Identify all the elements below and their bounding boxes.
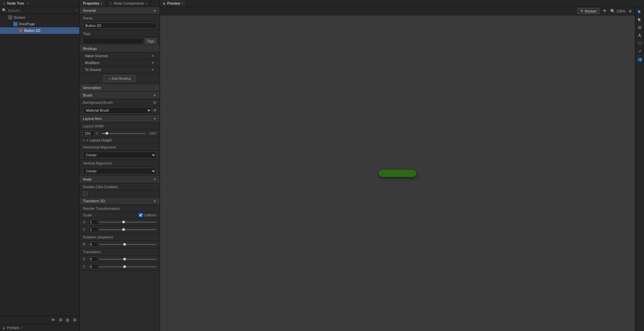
layer-tool-btn[interactable]: ⬡: [636, 40, 643, 47]
tags-input-row: Tags: [80, 37, 160, 45]
dot-button[interactable]: [629, 10, 632, 12]
rotation-slider[interactable]: [99, 244, 156, 245]
layout-height-label: + Layout Height: [86, 138, 111, 142]
node-components-tab-label: Node Components: [114, 1, 144, 5]
tags-input[interactable]: [83, 38, 144, 44]
double-click-checkbox[interactable]: [83, 191, 88, 196]
search-input[interactable]: [8, 9, 74, 12]
double-click-label-row: Double-Click Enabled: [80, 183, 160, 190]
prefabs-close[interactable]: ×: [21, 326, 23, 330]
tree-item-button2d[interactable]: ⬡ Button 2D: [0, 27, 79, 34]
preview-tab-close[interactable]: ×: [181, 2, 183, 5]
scale-header-row: Scale Uniform: [80, 212, 160, 218]
tab-properties[interactable]: Properties ×: [80, 0, 106, 7]
node-tree-tab[interactable]: ⬡ Node Tree ×: [0, 0, 79, 7]
plus-icon: +: [83, 138, 85, 142]
search-equals: =: [75, 9, 77, 12]
props-tabs: Properties × ⬡ Node Components ×: [80, 0, 160, 7]
preview-canvas: [160, 15, 635, 331]
background-brush-row: Background Brush ⊞: [80, 99, 160, 106]
name-input[interactable]: [83, 23, 156, 29]
tab-preview[interactable]: ▶ Preview ×: [160, 0, 187, 7]
refresh-btn[interactable]: ↺: [153, 108, 156, 113]
layout-width-slider[interactable]: [102, 133, 146, 134]
double-click-checkbox-row: [80, 190, 160, 197]
cursor-tool-btn[interactable]: [636, 8, 643, 15]
properties-tab-close[interactable]: ×: [101, 2, 103, 5]
vert-align-select[interactable]: Center Top Bottom Stretch: [83, 168, 156, 174]
to-source-section[interactable]: To Source ▼: [80, 66, 160, 73]
scale-y-input[interactable]: [88, 227, 98, 232]
preview-panel: ↻ Restart 👁 🔍 100%: [160, 7, 635, 331]
select-tool-btn[interactable]: [636, 16, 643, 23]
bindings-section[interactable]: Bindings: [80, 45, 160, 53]
svg-marker-1: [638, 18, 641, 22]
visibility-toggle[interactable]: 👁: [50, 317, 56, 323]
node-components-tab-close[interactable]: ×: [145, 2, 147, 5]
layout-width-thumb: [106, 132, 108, 135]
preview-topbar: ↻ Restart 👁 🔍 100%: [160, 7, 635, 15]
search-bar: 🔍 =: [0, 7, 79, 14]
rotation-input[interactable]: [88, 242, 98, 247]
name-row: Name: [80, 14, 160, 22]
scale-x-slider[interactable]: [99, 222, 156, 223]
translation-y-slider[interactable]: [99, 266, 156, 267]
share-tool-btn[interactable]: ↗: [636, 48, 643, 55]
material-brush-row: Material Brush ↺: [80, 106, 160, 115]
settings-btn[interactable]: ⚙: [72, 317, 77, 323]
translation-y-row: Y: [80, 263, 160, 271]
uniform-checkbox[interactable]: [139, 213, 143, 217]
tree-content: □ Screen ⬡ RootPage ⬡ Button 2D: [0, 14, 79, 316]
tree-item-label: Screen: [14, 15, 25, 19]
scale-x-input[interactable]: [88, 219, 98, 225]
grid-btn[interactable]: ⊞: [65, 317, 70, 323]
horiz-align-select[interactable]: Center Left Right Stretch: [83, 152, 156, 158]
node-tree-icon: ⬡: [3, 2, 6, 5]
grid-tool-btn[interactable]: ⊞: [636, 24, 643, 31]
tags-button[interactable]: Tags: [145, 38, 156, 44]
restart-button[interactable]: ↻ Restart: [577, 8, 599, 14]
node-section[interactable]: Node ▼: [80, 176, 160, 183]
value-sources-expand: ▼: [151, 54, 154, 58]
translation-y-input[interactable]: [88, 264, 98, 269]
zoom-value: 100%: [616, 9, 626, 13]
horiz-align-label-row: Horizontal Alignment: [80, 143, 160, 151]
text-tool-btn[interactable]: A: [636, 32, 643, 39]
translation-x-slider[interactable]: [99, 259, 156, 260]
green-button-preview: [379, 170, 416, 177]
filter-btn[interactable]: ⚙: [58, 317, 63, 323]
eye-icon[interactable]: 👁: [603, 9, 607, 13]
layout-width-value[interactable]: [83, 131, 95, 136]
modifiers-section[interactable]: Modifiers ▼: [80, 59, 160, 66]
group-tool-btn[interactable]: 👥: [636, 55, 643, 63]
general-expand-icon: ▼: [153, 9, 156, 12]
transform2d-section[interactable]: Transform 2D ▼: [80, 197, 160, 205]
prefabs-bar[interactable]: ◈ Prefabs ×: [0, 324, 79, 331]
add-binding-button[interactable]: + Add Binding: [104, 75, 136, 82]
tree-item-rootpage[interactable]: ⬡ RootPage: [0, 21, 79, 27]
general-section-header[interactable]: General ▼: [80, 7, 160, 14]
layout-width-max: 2000: [147, 132, 156, 135]
tree-item-screen[interactable]: □ Screen: [0, 14, 79, 21]
brush-grid-icon[interactable]: ⊞: [153, 100, 156, 105]
node-tree-close[interactable]: ×: [27, 2, 29, 5]
to-source-label: To Source: [85, 68, 101, 72]
value-sources-section[interactable]: Value Sources ▼: [80, 53, 160, 59]
layout-item-section[interactable]: Layout.Item ▼: [80, 115, 160, 122]
bindings-label: Bindings: [83, 47, 97, 51]
restart-label: Restart: [585, 9, 596, 13]
description-section[interactable]: Description ›: [80, 84, 160, 92]
material-brush-select[interactable]: Material Brush: [83, 107, 152, 114]
scale-label: Scale: [83, 213, 137, 217]
scale-y-slider[interactable]: [99, 229, 156, 230]
horiz-align-row: Center Left Right Stretch: [80, 151, 160, 160]
layout-width-row: 0 2000: [80, 130, 160, 137]
zoom-icon: 🔍: [610, 9, 615, 13]
translation-x-input[interactable]: [88, 256, 98, 262]
value-sources-label: Value Sources: [85, 54, 108, 58]
brush-section[interactable]: Brush ▼: [80, 92, 160, 99]
svg-marker-0: [638, 10, 641, 14]
tab-node-components[interactable]: ⬡ Node Components ×: [106, 0, 151, 7]
layout-height-button[interactable]: + + Layout Height: [83, 138, 112, 142]
screen-icon: □: [8, 15, 12, 20]
